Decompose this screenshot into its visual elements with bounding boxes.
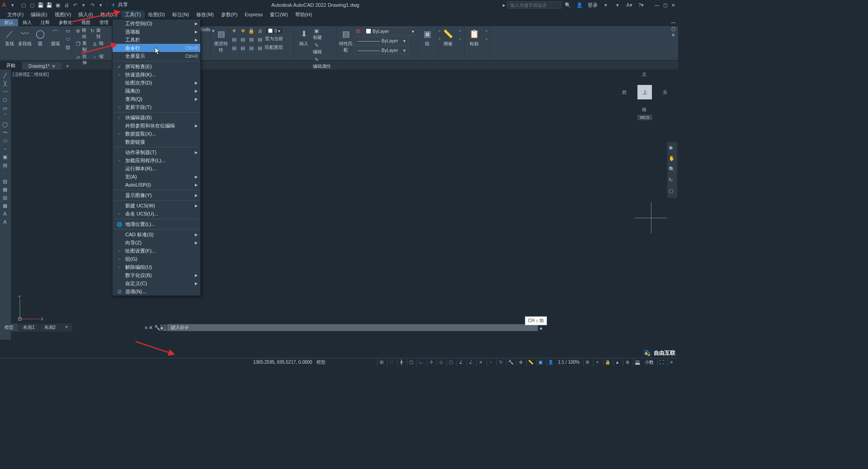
tp-hatch-icon[interactable]: ▨ (0, 177, 10, 185)
menu-2[interactable]: 视图(V) (51, 10, 75, 19)
sb-hw-icon[interactable]: 💻 (633, 359, 641, 366)
menu-11[interactable]: 窗口(W) (266, 10, 292, 19)
tool-polyline[interactable]: 〰多段线 (18, 27, 32, 47)
clip-misc1-icon[interactable]: ▫ (483, 27, 490, 34)
sb-osnap-icon[interactable]: ▢ (447, 359, 455, 366)
dd-item-22[interactable]: AutoLISP(I)▶ (113, 181, 200, 189)
sb-ortho-icon[interactable]: ∟ (417, 359, 425, 366)
block-create[interactable]: ▣创建 (313, 27, 333, 41)
dd-item-31[interactable]: CAD 标准(S)▶ (113, 230, 200, 239)
sb-scale[interactable]: 1:1 / 100% (556, 360, 581, 365)
doc-max-icon[interactable]: ▢ (670, 25, 676, 32)
menu-1[interactable]: 编辑(E) (27, 10, 51, 19)
command-input[interactable]: 键入命令 (167, 324, 538, 331)
drawing-area[interactable]: [-][俯视][二维线框] ╱ ╳ 〰 ⬠ ▭ ⌒ ◯ 〜 ⬭ ⌢ ▣ ▤ ∙ … (0, 70, 678, 340)
layer-lock-icon[interactable]: 🔒 (248, 27, 255, 34)
layer-misc2-icon[interactable]: ▤ (239, 36, 246, 43)
vc-west[interactable]: 西 (622, 89, 627, 96)
close-icon[interactable]: ✕ (670, 2, 676, 8)
linetype-dropdown[interactable]: ————— ByLayer▾ (354, 46, 409, 54)
viewcube[interactable]: 北 南 东 西 上 WCS (622, 73, 667, 136)
sb-decimal[interactable]: 小数 (643, 359, 656, 366)
tp-xline-icon[interactable]: ╳ (0, 80, 10, 88)
filetab-close-icon[interactable]: ✕ (52, 64, 56, 69)
ribbon-tab-2[interactable]: 注释 (36, 19, 54, 26)
move-icon[interactable]: ⊕ (75, 27, 81, 34)
sb-trans-icon[interactable]: ▫ (486, 359, 495, 366)
tool-arc[interactable]: ⌒圆弧 (49, 27, 62, 47)
dd-item-24[interactable]: 显示图像(Y)▶ (113, 191, 200, 199)
doc-min-icon[interactable]: — (670, 19, 676, 25)
layer-dropdown[interactable]: 0 ▾ (265, 27, 283, 34)
user-icon[interactable]: 👤 (576, 1, 583, 9)
clip-misc2-icon[interactable]: ▫ (483, 35, 490, 42)
dd-item-35[interactable]: ▫解除编组(U) (113, 263, 200, 271)
rect-icon[interactable]: ▭ (64, 27, 71, 34)
vc-east[interactable]: 东 (663, 89, 667, 96)
minimize-icon[interactable]: — (654, 2, 660, 8)
tool-layer-props[interactable]: ▤图层特性 (213, 27, 229, 53)
sb-lock-icon[interactable]: 🔒 (603, 359, 611, 366)
dd-item-33[interactable]: ▫绘图设置(F)... (113, 247, 200, 255)
new-icon[interactable]: ▢ (20, 1, 27, 9)
web-icon[interactable]: ▣ (54, 1, 61, 9)
tp-block-icon[interactable]: ▤ (0, 161, 10, 169)
dd-item-9[interactable]: 隔离(I)▶ (113, 87, 200, 95)
dd-item-15[interactable]: ▫数据提取(X)... (113, 130, 200, 138)
menu-9[interactable]: 参数(P) (217, 10, 241, 19)
tool-paste[interactable]: 📋粘贴 (467, 27, 481, 47)
coordinates[interactable]: 1365.2595, 695.5217, 0.0000 (253, 360, 312, 365)
nav-wheel-icon[interactable]: ◉ (669, 145, 676, 152)
layer-misc6-icon[interactable]: ▤ (239, 44, 246, 52)
dd-item-1[interactable]: 选项板▶ (113, 28, 200, 36)
cmdline-handle[interactable]: ≡✕🔧 (145, 325, 160, 331)
menu-12[interactable]: 帮助(H) (292, 10, 316, 19)
menu-10[interactable]: Express (241, 11, 266, 18)
layer-misc5-icon[interactable]: ▤ (231, 44, 238, 52)
ucs-icon[interactable]: YX (16, 295, 43, 324)
ribbon-tab-0[interactable]: 默认 (0, 19, 18, 26)
login-label[interactable]: 登录 (588, 2, 598, 9)
menu-6[interactable]: 绘图(D) (145, 10, 169, 19)
sb-selcycle-icon[interactable]: ↻ (496, 359, 505, 366)
ellipse-icon[interactable]: ⬭ (64, 35, 71, 42)
sb-annoscale-icon[interactable]: 👤 (546, 359, 554, 366)
nav-orbit-icon[interactable]: ↻ (669, 177, 676, 184)
sb-polar-icon[interactable]: ✛ (427, 359, 435, 366)
cart-icon[interactable]: ▾ (614, 1, 621, 9)
sb-grid-icon[interactable]: ⊞ (377, 359, 385, 366)
dd-item-10[interactable]: 查询(Q)▶ (113, 95, 200, 103)
tp-line-icon[interactable]: ╱ (0, 71, 10, 80)
dd-item-20[interactable]: 运行脚本(R)... (113, 164, 200, 173)
tp-spline-icon[interactable]: 〜 (0, 128, 10, 136)
tp-point-icon[interactable]: ∙ (0, 169, 10, 177)
lineweight-dropdown[interactable]: ————— ByLayer▾ (354, 37, 409, 45)
dd-item-34[interactable]: ▫组(G) (113, 255, 200, 263)
layer-misc3-icon[interactable]: ▤ (248, 36, 255, 43)
cmdline-expand-icon[interactable]: ▴ (540, 325, 542, 331)
status-model[interactable]: 模型 (316, 359, 326, 366)
menu-8[interactable]: 修改(M) (193, 10, 217, 19)
color-icon[interactable]: ▧ (354, 27, 362, 34)
layer-misc8-icon[interactable]: ▤ (256, 44, 264, 52)
nav-pan-icon[interactable]: ✋ (669, 155, 676, 163)
sb-ann-icon[interactable]: ▲ (613, 359, 621, 366)
layer-freeze-icon[interactable]: ❄ (239, 27, 246, 34)
dd-item-11[interactable]: ▫更新字段(T) (113, 103, 200, 111)
tp-table-icon[interactable]: ▦ (0, 202, 10, 210)
rotate-icon[interactable]: ↻ (90, 27, 96, 34)
vc-north[interactable]: 北 (642, 71, 646, 78)
dd-item-16[interactable]: 数据链接 (113, 138, 200, 146)
tool-insert[interactable]: ⬇插入 (297, 27, 311, 47)
sb-units-icon[interactable]: 📏 (526, 359, 534, 366)
dd-item-8[interactable]: 绘图次序(D)▶ (113, 79, 200, 87)
sb-customize-icon[interactable]: ≡ (667, 359, 675, 366)
tp-poly-icon[interactable]: ⬠ (0, 96, 10, 104)
sb-3dosnap-icon[interactable]: ∠ (457, 359, 465, 366)
login-dd-icon[interactable]: ▾ (602, 1, 609, 9)
save-icon[interactable]: 💾 (37, 1, 44, 9)
filetab-add[interactable]: + (62, 62, 72, 70)
util-misc2-icon[interactable]: ▫ (457, 35, 464, 42)
tp-region-icon[interactable]: ▥ (0, 193, 10, 202)
search-icon[interactable]: 🔍 (564, 1, 571, 9)
